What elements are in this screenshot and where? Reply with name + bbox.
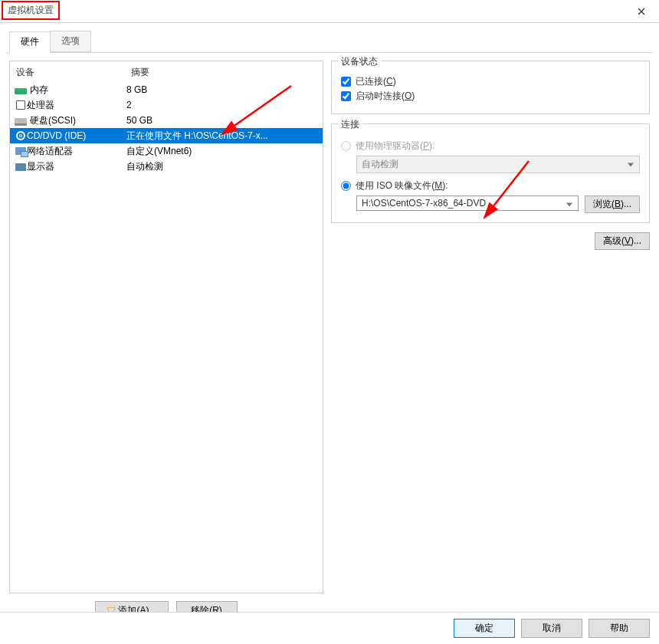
browse-button[interactable]: 浏览(B)... — [585, 196, 640, 213]
tab-hardware[interactable]: 硬件 — [9, 31, 51, 53]
disp-icon — [15, 163, 26, 171]
help-button[interactable]: 帮助 — [589, 619, 650, 638]
tabs: 硬件 选项 — [0, 28, 659, 52]
use-iso-radio[interactable] — [341, 181, 351, 191]
close-icon — [638, 8, 645, 15]
titlebar: 虚拟机设置 — [0, 0, 659, 23]
connected-checkbox[interactable] — [341, 77, 351, 87]
mem-icon — [15, 88, 27, 94]
header-device: 设备 — [16, 66, 131, 79]
device-summary: 8 GB — [126, 84, 318, 95]
device-name: 硬盘(SCSI) — [30, 114, 76, 127]
physical-drive-combo-wrap: 自动检测 — [356, 156, 640, 173]
net-icon — [15, 147, 26, 155]
device-status-title: 设备状态 — [338, 55, 381, 68]
right-panel: 设备状态 已连接(C) 启动时连接(O) 连接 使用物理驱动器(P): — [331, 61, 650, 620]
connect-at-power-checkbox[interactable] — [341, 91, 351, 101]
device-row[interactable]: 显示器自动检测 — [10, 159, 323, 174]
left-panel: 设备 摘要 内存8 GB处理器2硬盘(SCSI)50 GBCD/DVD (IDE… — [9, 61, 323, 620]
physical-drive-label: 使用物理驱动器(P): — [356, 140, 434, 153]
device-row[interactable]: 网络适配器自定义(VMnet6) — [10, 143, 323, 159]
tab-options[interactable]: 选项 — [50, 31, 91, 52]
header-summary: 摘要 — [131, 66, 316, 79]
device-list: 设备 摘要 内存8 GB处理器2硬盘(SCSI)50 GBCD/DVD (IDE… — [9, 61, 323, 593]
device-name: 显示器 — [27, 160, 54, 173]
physical-drive-radio — [341, 141, 351, 151]
iso-path-combo[interactable]: H:\OS\CentOS-7-x86_64-DVD — [356, 196, 579, 211]
device-row[interactable]: 硬盘(SCSI)50 GB — [10, 113, 323, 128]
device-summary: 正在使用文件 H:\OS\CentOS-7-x... — [126, 130, 318, 143]
cancel-button[interactable]: 取消 — [521, 619, 582, 638]
close-button[interactable] — [624, 0, 659, 23]
advanced-button[interactable]: 高级(V)... — [595, 232, 650, 250]
hdd-icon — [15, 118, 27, 126]
ok-button[interactable]: 确定 — [454, 619, 515, 638]
physical-drive-combo: 自动检测 — [356, 156, 640, 173]
window-title: 虚拟机设置 — [2, 1, 60, 20]
cd-icon — [16, 131, 25, 140]
use-iso-label: 使用 ISO 映像文件(M): — [356, 179, 448, 192]
connected-label: 已连接(C) — [356, 75, 396, 88]
device-name: 网络适配器 — [27, 145, 73, 158]
main-body: 设备 摘要 内存8 GB处理器2硬盘(SCSI)50 GBCD/DVD (IDE… — [0, 53, 659, 620]
device-name: 处理器 — [27, 99, 54, 112]
dialog-footer: 确定 取消 帮助 — [0, 612, 659, 644]
device-row[interactable]: 内存8 GB — [10, 82, 323, 97]
device-row[interactable]: 处理器2 — [10, 97, 323, 113]
physical-drive-row: 使用物理驱动器(P): — [341, 140, 640, 153]
device-name: CD/DVD (IDE) — [27, 130, 86, 141]
connect-at-power-label: 启动时连接(O) — [356, 90, 415, 103]
device-summary: 2 — [126, 100, 318, 110]
device-row[interactable]: CD/DVD (IDE)正在使用文件 H:\OS\CentOS-7-x... — [10, 128, 323, 143]
connection-title: 连接 — [338, 118, 362, 131]
iso-row-radio: 使用 ISO 映像文件(M): — [341, 179, 640, 192]
cpu-icon — [16, 100, 25, 110]
device-summary: 50 GB — [126, 115, 318, 126]
device-list-header: 设备 摘要 — [10, 61, 323, 82]
device-summary: 自定义(VMnet6) — [126, 145, 318, 158]
device-summary: 自动检测 — [126, 160, 318, 173]
device-status-group: 设备状态 已连接(C) 启动时连接(O) — [331, 61, 650, 114]
connection-group: 连接 使用物理驱动器(P): 自动检测 使用 ISO 映像文件(M): H:\O… — [331, 123, 650, 223]
device-name: 内存 — [30, 84, 48, 97]
